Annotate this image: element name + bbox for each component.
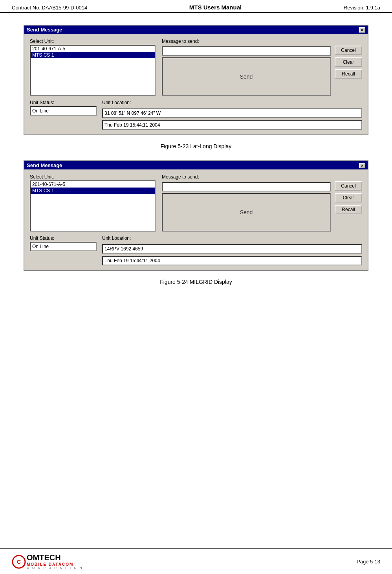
close-button-2[interactable]: × (359, 163, 365, 168)
unit-listbox-2[interactable]: 201-40-671-A-5 MTS CS 1 (30, 180, 156, 232)
location-value-1: 31 08' 51" N 097 46' 24" W (102, 109, 362, 118)
buttons-area-1: Cancel Clear Recall (335, 39, 362, 96)
dialog-row-top-2: Select Unit: 201-40-671-A-5 MTS CS 1 Mes… (30, 174, 362, 232)
status-section-2: Unit Status: On Line (30, 235, 97, 265)
document-title: MTS Users Manual (189, 4, 242, 11)
message-input-2[interactable] (162, 182, 331, 191)
datetime-value-1: Thu Feb 19 15:44:11 2004 (102, 120, 362, 130)
status-row-1: Unit Status: On Line Unit Location: 31 0… (30, 100, 362, 130)
unit-status-value-2: On Line (30, 242, 97, 251)
location-section-1: Unit Location: 31 08' 51" N 097 46' 24" … (102, 100, 362, 130)
clear-button-1[interactable]: Clear (335, 57, 362, 67)
dialog-body-1: Select Unit: 201-40-671-A-5 MTS CS 1 Mes… (24, 34, 368, 134)
select-unit-label-2: Select Unit: (30, 174, 156, 180)
close-button-1[interactable]: × (359, 27, 365, 33)
list-item-2b[interactable]: MTS CS 1 (31, 188, 155, 194)
logo-text-group: OMTECH MOBILE DATACOM C O R P O R A T I … (27, 553, 83, 570)
cancel-button-2[interactable]: Cancel (335, 181, 362, 191)
message-section-2: Message to send: Send Cancel Clear Recal… (162, 174, 362, 232)
message-section-1: Message to send: Send Cancel Clear Recal… (162, 39, 362, 96)
page-content: Send Message × Select Unit: 201-40-671-A… (0, 13, 392, 308)
select-unit-section-2: Select Unit: 201-40-671-A-5 MTS CS 1 (30, 174, 156, 232)
unit-status-label-2: Unit Status: (30, 235, 97, 241)
revision-number: Revision: 1.9.1a (344, 5, 380, 11)
dialog-row-top-1: Select Unit: 201-40-671-A-5 MTS CS 1 Mes… (30, 39, 362, 96)
list-item-1b[interactable]: MTS CS 1 (31, 52, 155, 58)
datetime-value-2: Thu Feb 19 15:44:11 2004 (102, 256, 362, 265)
dialog-title-1: Send Message (27, 27, 62, 33)
message-input-area-2: Message to send: Send (162, 174, 331, 232)
status-section-1: Unit Status: On Line (30, 100, 97, 130)
footer-logo: C OMTECH MOBILE DATACOM C O R P O R A T … (12, 553, 83, 570)
location-value-2: 14RPV 1692 4659 (102, 244, 362, 254)
list-item-2a[interactable]: 201-40-671-A-5 (31, 181, 155, 188)
message-label-2: Message to send: (162, 174, 331, 180)
unit-status-value-1: On Line (30, 106, 97, 116)
logo-corporation: C O R P O R A T I O N (27, 567, 83, 570)
send-area-2[interactable]: Send (162, 193, 331, 232)
page-footer: C OMTECH MOBILE DATACOM C O R P O R A T … (0, 548, 392, 574)
dialog-figure2: Send Message × Select Unit: 201-40-671-A… (24, 160, 368, 271)
dialog-titlebar-1: Send Message × (24, 26, 368, 34)
unit-location-label-1: Unit Location: (102, 100, 362, 105)
send-label-1: Send (240, 74, 253, 80)
page-header: Contract No. DAAB15-99-D-0014 MTS Users … (0, 0, 392, 13)
cancel-button-1[interactable]: Cancel (335, 46, 362, 55)
recall-button-1[interactable]: Recall (335, 69, 362, 79)
dialog-titlebar-2: Send Message × (24, 161, 368, 169)
location-section-2: Unit Location: 14RPV 1692 4659 Thu Feb 1… (102, 235, 362, 265)
dialog-title-2: Send Message (27, 162, 62, 168)
figure2-caption: Figure 5-24 MILGRID Display (24, 279, 368, 285)
send-label-2: Send (240, 209, 253, 215)
dialog-body-2: Select Unit: 201-40-671-A-5 MTS CS 1 Mes… (24, 169, 368, 270)
unit-listbox-1[interactable]: 201-40-671-A-5 MTS CS 1 (30, 45, 156, 96)
status-row-2: Unit Status: On Line Unit Location: 14RP… (30, 235, 362, 265)
message-input-area-1: Message to send: Send (162, 39, 331, 96)
clear-button-2[interactable]: Clear (335, 193, 362, 202)
contract-number: Contract No. DAAB15-99-D-0014 (12, 5, 87, 11)
unit-location-label-2: Unit Location: (102, 235, 362, 241)
select-unit-section-1: Select Unit: 201-40-671-A-5 MTS CS 1 (30, 39, 156, 96)
unit-status-label-1: Unit Status: (30, 100, 97, 105)
send-area-1[interactable]: Send (162, 57, 331, 96)
buttons-area-2: Cancel Clear Recall (335, 174, 362, 232)
page-number: Page 5-13 (357, 559, 380, 565)
message-label-1: Message to send: (162, 39, 331, 44)
dialog-figure1: Send Message × Select Unit: 201-40-671-A… (24, 25, 368, 135)
logo-omtech: OMTECH (27, 553, 61, 562)
list-item-1a[interactable]: 201-40-671-A-5 (31, 46, 155, 52)
recall-button-2[interactable]: Recall (335, 205, 362, 214)
select-unit-label-1: Select Unit: (30, 39, 156, 44)
comtech-logo-icon: C (12, 555, 26, 569)
logo-box: C OMTECH MOBILE DATACOM C O R P O R A T … (12, 553, 83, 570)
figure1-caption: Figure 5-23 Lat-Long Display (24, 143, 368, 149)
message-input-1[interactable] (162, 46, 331, 56)
svg-text:C: C (17, 559, 21, 565)
